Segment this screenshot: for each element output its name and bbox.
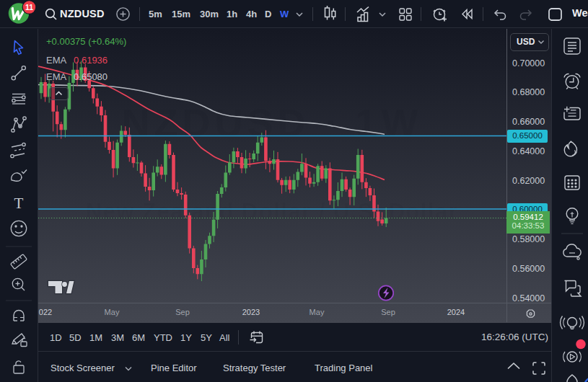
svg-text:11: 11 (25, 3, 33, 12)
svg-text:NZDUSD ∙ 1W: NZDUSD ∙ 1W (122, 101, 423, 144)
svg-text:T: T (14, 195, 24, 212)
svg-text:New Zealand Dollar / U.S. Doll: New Zealand Dollar / U.S. Dollar (86, 199, 459, 224)
